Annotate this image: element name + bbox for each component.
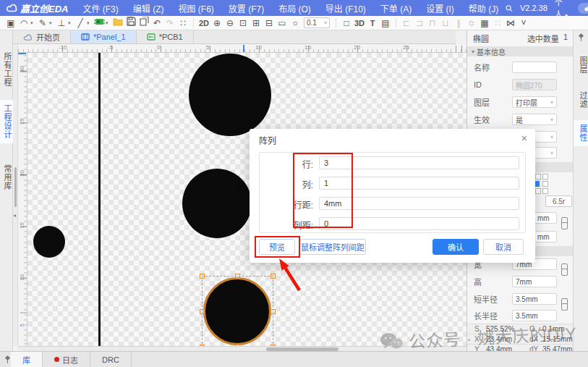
rows-input[interactable] — [319, 156, 519, 169]
fit-view-icon[interactable]: ⊡ — [237, 17, 250, 30]
array-grid-icon[interactable]: ∷ — [176, 17, 189, 30]
selection-handle-w[interactable] — [200, 309, 205, 314]
mirror-option-square[interactable] — [535, 188, 541, 194]
selection-handle-nw[interactable] — [200, 274, 205, 279]
tab-panel-1[interactable]: *Panel_1 — [71, 30, 137, 43]
mirror-option-square[interactable] — [542, 174, 548, 180]
name-input[interactable] — [512, 62, 557, 73]
mirror-option-square[interactable] — [542, 188, 548, 194]
menu-place[interactable]: 放置 (F7) — [221, 2, 271, 14]
redo-icon[interactable]: ↷ — [163, 17, 176, 30]
sidebar-tab-common-library[interactable]: 常用库 — [0, 161, 13, 194]
circle-shape-1[interactable] — [189, 54, 271, 136]
pen-tool-caret-icon[interactable]: ▾ — [49, 20, 55, 26]
panel-splitter[interactable]: ◂ — [13, 44, 18, 346]
close-icon[interactable]: × — [521, 132, 527, 144]
pin-icon[interactable] — [578, 33, 584, 42]
dimension-tool-caret-icon[interactable]: ▾ — [68, 20, 74, 26]
align-left-icon[interactable]: ⊏ — [400, 17, 413, 30]
grid-size-dropdown[interactable]: 0.1˅ — [304, 17, 330, 28]
bottom-tab-drc[interactable]: DRC — [90, 352, 132, 367]
mouse-adjust-spacing-button[interactable]: 鼠标调整阵列间距 — [299, 239, 366, 255]
pin-icon[interactable] — [4, 355, 11, 364]
menu-help[interactable]: 帮助 (J) — [461, 2, 506, 14]
splitter-collapse-icon[interactable]: ◂ — [13, 213, 16, 219]
selection-handle-ne[interactable] — [270, 274, 276, 279]
pen-tool-icon[interactable]: ✎ — [36, 17, 49, 30]
menu-settings[interactable]: 设置 (I) — [419, 2, 461, 14]
horizontal-scrollbar[interactable] — [18, 346, 466, 351]
arc-tool-icon[interactable]: ◠ — [17, 17, 30, 30]
zoom-in-icon[interactable]: ⊕ — [210, 17, 223, 30]
splitter-scrollbar-thumb[interactable] — [14, 167, 17, 207]
tab-pcb1[interactable]: *PCB1 — [137, 30, 194, 43]
layer-select[interactable]: 打印层˅ — [512, 96, 557, 108]
menu-view[interactable]: 视图 (F6) — [171, 2, 221, 14]
footprint-tool-icon[interactable] — [93, 17, 106, 30]
text-tool-button[interactable]: T — [366, 17, 379, 30]
panel-tab-properties[interactable]: 属性 — [574, 120, 588, 146]
align-bottom-icon[interactable]: ⊔ — [439, 17, 452, 30]
mode-3d-button[interactable]: 3D — [353, 17, 366, 30]
panel-tab-layers[interactable]: 图层 — [574, 52, 588, 78]
bottom-tab-library[interactable]: 库 — [11, 352, 43, 367]
selection-handle-e[interactable] — [270, 309, 276, 314]
save-icon[interactable] — [124, 17, 137, 30]
mirror-option-square[interactable] — [535, 174, 541, 180]
footprint-tool-caret-icon[interactable]: ▾ — [106, 20, 111, 26]
zoom-selection-icon[interactable]: ⊟ — [263, 17, 276, 30]
confirm-button[interactable]: 确认 — [433, 239, 479, 255]
open-folder-icon[interactable] — [111, 17, 124, 30]
table-icon[interactable]: ▦ — [478, 17, 491, 30]
save-as-icon[interactable] — [137, 17, 150, 30]
menu-order[interactable]: 下单 (A) — [373, 2, 419, 14]
menu-file[interactable]: 文件 (F3) — [75, 2, 125, 14]
section-basic-info[interactable]: ▾ 基本信息 — [467, 46, 574, 56]
search-icon[interactable] — [506, 4, 513, 13]
menu-layout[interactable]: 布局 (O) — [271, 2, 318, 14]
menu-edit[interactable]: 编辑 (Z) — [126, 2, 171, 14]
board-outline-line[interactable] — [98, 53, 101, 346]
circle-shape-3[interactable] — [33, 226, 65, 258]
selection-handle-n[interactable] — [235, 274, 240, 279]
align-top-icon[interactable]: ⊓ — [426, 17, 439, 30]
row-spacing-input[interactable] — [319, 197, 519, 210]
distribute-vertical-icon[interactable]: ≎ — [465, 17, 478, 30]
distribute-horizontal-icon[interactable]: ∥ — [452, 17, 465, 30]
image-tool-icon[interactable]: ▤ — [379, 17, 392, 30]
sidebar-tab-all-projects[interactable]: 所有工程 — [0, 51, 13, 88]
app-logo[interactable]: 嘉立创EDA — [0, 1, 75, 15]
height-input[interactable] — [512, 276, 557, 287]
columns-input[interactable] — [319, 177, 519, 190]
menu-export[interactable]: 导出 (F10) — [318, 2, 373, 14]
zoom-window-icon[interactable]: ⊞ — [250, 17, 263, 30]
arc-tool-caret-icon[interactable]: ▾ — [30, 20, 36, 26]
column-spacing-input[interactable] — [319, 217, 519, 230]
link-values-icon[interactable] — [561, 217, 567, 228]
zoom-out-icon[interactable]: ⊖ — [223, 17, 237, 30]
link-radius-icon[interactable] — [561, 298, 567, 309]
cloud-sync-badge[interactable]: 0 — [578, 3, 588, 14]
circle-tool-icon[interactable]: ○ — [289, 17, 302, 30]
long-radius-input[interactable] — [512, 310, 557, 321]
effective-select[interactable]: 是˅ — [512, 114, 557, 125]
sheet-settings-icon[interactable]: ▭ — [276, 17, 289, 30]
preview-button[interactable]: 预览 — [259, 239, 295, 255]
line-tool-caret-icon[interactable]: ▾ — [87, 20, 93, 26]
cancel-button[interactable]: 取消 — [483, 239, 524, 255]
tab-start-page[interactable]: 开始页 — [13, 30, 71, 43]
stamp-tool-icon[interactable]: ▣ — [4, 17, 17, 30]
rect-tool-icon[interactable]: □ — [340, 17, 353, 30]
mirror-icon[interactable]: ⋈ — [504, 17, 517, 30]
sidebar-tab-project-design[interactable]: 工程设计 — [0, 100, 13, 143]
short-radius-input[interactable] — [512, 293, 557, 305]
align-right-icon[interactable]: ⊐ — [413, 17, 426, 30]
bottom-tab-log[interactable]: 日志 — [43, 352, 90, 367]
panel-tab-filter[interactable]: 过滤 — [574, 87, 588, 113]
circle-shape-2[interactable] — [182, 169, 252, 238]
mode-2d-button[interactable]: 2D — [197, 17, 210, 30]
mirror-option-square[interactable] — [542, 181, 548, 187]
group-icon[interactable]: ∷ — [491, 17, 504, 30]
dimension-tool-icon[interactable]: ⊥ — [55, 17, 68, 30]
link-width-height-icon[interactable] — [561, 263, 567, 274]
